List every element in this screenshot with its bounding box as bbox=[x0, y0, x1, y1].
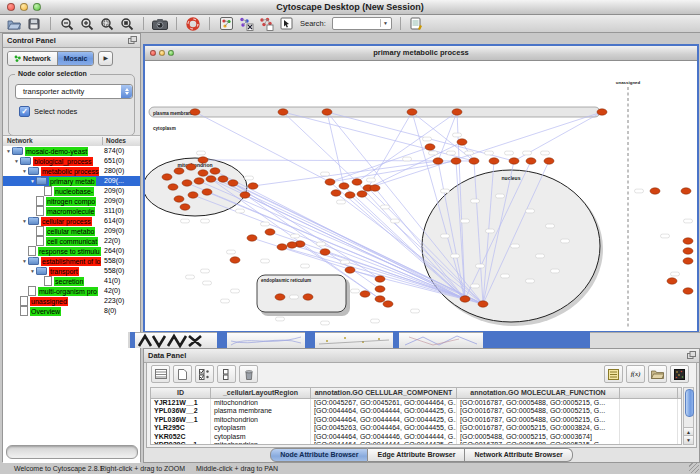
network-node[interactable] bbox=[180, 204, 190, 210]
save-icon[interactable] bbox=[26, 16, 42, 31]
network-node[interactable] bbox=[478, 301, 488, 307]
edge[interactable] bbox=[283, 112, 357, 182]
network-node[interactable] bbox=[526, 158, 536, 164]
table-row[interactable]: YDR039C__1mitochondrion[GO:0044464, GO:0… bbox=[151, 441, 681, 445]
network-node[interactable] bbox=[683, 258, 693, 264]
float-panel-icon[interactable] bbox=[687, 351, 696, 359]
select-attributes-icon[interactable] bbox=[195, 365, 214, 383]
merge-networks-icon[interactable] bbox=[238, 16, 254, 31]
edge[interactable] bbox=[368, 112, 412, 188]
matrix-icon[interactable] bbox=[670, 365, 689, 383]
background-window-sliver[interactable] bbox=[135, 332, 217, 348]
disclosure-triangle[interactable]: ▼ bbox=[13, 158, 20, 164]
network-node[interactable] bbox=[339, 183, 349, 189]
network-node[interactable] bbox=[322, 109, 332, 115]
network-node[interactable] bbox=[683, 238, 693, 244]
select-nodes-checkbox[interactable]: ✓ bbox=[19, 106, 30, 117]
edge[interactable] bbox=[253, 161, 438, 186]
network-node[interactable] bbox=[375, 296, 385, 302]
disclosure-triangle[interactable]: ▼ bbox=[21, 258, 28, 264]
table-scrollbar[interactable]: ▲ ▼ bbox=[683, 387, 694, 445]
edge[interactable] bbox=[357, 112, 457, 182]
tree-row[interactable]: ▼establishment of lo558(0) bbox=[3, 256, 140, 266]
network-node[interactable] bbox=[597, 109, 607, 115]
network-node[interactable] bbox=[218, 176, 228, 182]
open-file-icon[interactable] bbox=[6, 16, 22, 31]
app-titlebar[interactable]: Cytoscape Desktop (New Session) bbox=[0, 0, 700, 15]
network-node[interactable] bbox=[247, 235, 257, 241]
network-window-titlebar[interactable]: primary metabolic process bbox=[145, 46, 697, 61]
zoom-in-icon[interactable] bbox=[79, 16, 95, 31]
birdseye-view-collapsed[interactable] bbox=[6, 445, 138, 459]
disclosure-triangle[interactable]: ▼ bbox=[29, 268, 36, 274]
network-node[interactable] bbox=[345, 267, 355, 273]
background-window-border[interactable] bbox=[483, 332, 590, 348]
tree-row[interactable]: cellular metabo209(0) bbox=[3, 226, 140, 236]
network-node[interactable] bbox=[190, 109, 200, 115]
tree-row[interactable]: multi-organism pro42(0) bbox=[3, 286, 140, 296]
network-node[interactable] bbox=[650, 188, 660, 194]
table-row[interactable]: YJR121W__1mitochondrion[GO:0045267, GO:0… bbox=[151, 399, 681, 407]
node-color-dropdown[interactable]: transporter activity bbox=[15, 84, 133, 99]
search-dropdown-icon[interactable]: ▼ bbox=[380, 19, 390, 27]
background-window-sliver[interactable] bbox=[399, 332, 483, 348]
background-window-sliver[interactable] bbox=[590, 332, 700, 348]
network-node[interactable] bbox=[168, 184, 178, 190]
network-node[interactable] bbox=[162, 174, 172, 180]
table-row[interactable]: YPL036W__2plasma membrane[GO:0044464, GO… bbox=[151, 407, 681, 415]
tree-row[interactable]: cell communicat22(0) bbox=[3, 236, 140, 246]
zoom-out-icon[interactable] bbox=[59, 16, 75, 31]
network-node[interactable] bbox=[174, 168, 184, 174]
tab-overflow-button[interactable]: ▶ bbox=[98, 51, 113, 66]
network-node[interactable] bbox=[303, 294, 313, 300]
network-canvas[interactable]: plasma membrane cytoplasm nucleus mitoch… bbox=[145, 61, 697, 331]
tab-mosaic[interactable]: Mosaic bbox=[57, 52, 94, 65]
import-table-icon[interactable] bbox=[409, 16, 425, 31]
column-header[interactable]: annotation.GO CELLULAR_COMPONENT bbox=[311, 388, 457, 398]
table-row[interactable]: YKR052Ccytoplasm[GO:0044464, GO:0044446,… bbox=[151, 433, 681, 441]
delete-attribute-icon[interactable] bbox=[239, 365, 258, 383]
network-node[interactable] bbox=[325, 179, 335, 185]
network-node[interactable] bbox=[489, 158, 499, 164]
tree-row[interactable]: ▼mosaic-demo-yeast874(0) bbox=[3, 146, 140, 156]
table-row[interactable]: YPL036W__1mitochondrion[GO:0044464, GO:0… bbox=[151, 416, 681, 424]
attribute-columns-icon[interactable] bbox=[151, 365, 170, 383]
edge[interactable] bbox=[368, 142, 462, 188]
network-node[interactable] bbox=[451, 158, 461, 164]
tree-row[interactable]: macromolecule311(0) bbox=[3, 206, 140, 216]
network-node[interactable] bbox=[452, 109, 462, 115]
network-node[interactable] bbox=[198, 170, 208, 176]
tree-row[interactable]: unassigned223(0) bbox=[3, 296, 140, 306]
tab-edge-attribute-browser[interactable]: Edge Attribute Browser bbox=[368, 448, 465, 462]
network-node[interactable] bbox=[278, 109, 288, 115]
column-header[interactable]: annotation.GO MOLECULAR_FUNCTION bbox=[457, 388, 620, 398]
snapshot-icon[interactable] bbox=[152, 16, 168, 31]
network-node[interactable] bbox=[370, 185, 380, 191]
resize-grip[interactable] bbox=[689, 463, 699, 473]
new-attribute-icon[interactable] bbox=[173, 365, 192, 383]
column-header[interactable]: _cellularLayoutRegion bbox=[211, 388, 311, 398]
tree-row[interactable]: ▼primary metab209(... bbox=[3, 176, 140, 186]
network-node[interactable] bbox=[383, 301, 393, 307]
column-header[interactable]: ID bbox=[151, 388, 211, 398]
import-attributes-icon[interactable] bbox=[648, 365, 667, 383]
annotation-icon[interactable] bbox=[278, 16, 294, 31]
tree-row[interactable]: nitrogen compo209(0) bbox=[3, 196, 140, 206]
network-node[interactable] bbox=[265, 229, 275, 235]
help-icon[interactable] bbox=[185, 16, 201, 31]
network-node[interactable] bbox=[433, 158, 443, 164]
zoom-selected-icon[interactable] bbox=[99, 16, 115, 31]
tree-column-nodes[interactable]: Nodes bbox=[106, 136, 126, 146]
network-node[interactable] bbox=[469, 158, 479, 164]
network-node[interactable] bbox=[248, 183, 258, 189]
tree-row[interactable]: ▼biological_process651(0) bbox=[3, 156, 140, 166]
network-node[interactable] bbox=[681, 188, 691, 194]
network-node[interactable] bbox=[360, 291, 370, 297]
network-node[interactable] bbox=[230, 257, 240, 263]
select-nodes-option[interactable]: ✓ Select nodes bbox=[19, 106, 77, 117]
network-node[interactable] bbox=[683, 288, 693, 294]
network-node[interactable] bbox=[320, 249, 330, 255]
network-node[interactable] bbox=[357, 191, 367, 197]
tab-node-attribute-browser[interactable]: Node Attribute Browser bbox=[270, 448, 368, 462]
tree-column-network[interactable]: Network bbox=[7, 136, 33, 146]
